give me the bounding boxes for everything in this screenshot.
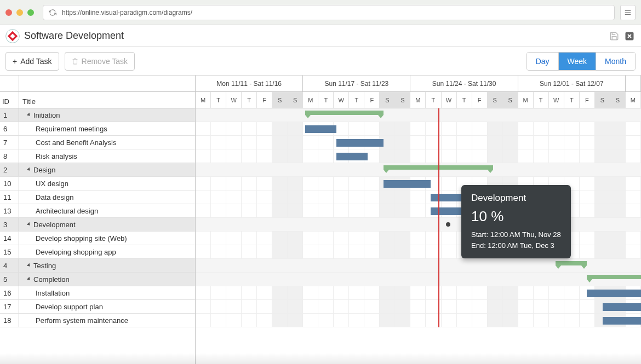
task-bar[interactable]	[603, 317, 641, 325]
task-id: 1	[0, 108, 19, 122]
task-list-header-top	[0, 76, 195, 92]
task-id: 18	[0, 314, 19, 327]
day-header: W	[442, 92, 457, 108]
collapse-icon[interactable]	[27, 277, 31, 281]
task-row[interactable]: 1Initiation	[0, 108, 195, 122]
task-row[interactable]: 11Data design	[0, 190, 195, 204]
url-bar[interactable]: https://online.visual-paradigm.com/diagr…	[43, 5, 615, 20]
task-row[interactable]: 15Developing shopping app	[0, 245, 195, 259]
week-header: Sun 12/01 - Sat 12/07	[518, 76, 626, 91]
task-row[interactable]: 16Installation	[0, 286, 195, 300]
timeline-row	[196, 245, 641, 259]
task-title: Requirement meetings	[19, 122, 195, 135]
collapse-icon[interactable]	[27, 222, 31, 227]
day-header: S	[503, 92, 518, 108]
close-window-button[interactable]	[5, 9, 12, 16]
remove-task-button[interactable]: Remove Task	[65, 52, 135, 71]
add-task-button[interactable]: + Add Task	[5, 52, 59, 71]
timeline-body: Development 10 % Start: 12:00 AM Thu, No…	[196, 108, 641, 327]
week-header	[626, 76, 641, 91]
view-day-button[interactable]: Day	[527, 53, 558, 70]
minimize-window-button[interactable]	[16, 9, 23, 16]
task-bar[interactable]	[305, 125, 336, 133]
task-title: Architectural design	[19, 204, 195, 217]
timeline-row	[196, 136, 641, 149]
day-header: F	[472, 92, 488, 108]
task-bar[interactable]	[336, 139, 384, 147]
task-row[interactable]: 7Cost and Benefit Analysis	[0, 136, 195, 149]
add-task-label: Add Task	[20, 57, 51, 66]
timeline-row	[196, 122, 641, 136]
timeline-row	[196, 273, 641, 286]
close-icon	[625, 31, 634, 41]
maximize-window-button[interactable]	[27, 9, 34, 16]
view-week-button[interactable]: Week	[558, 53, 596, 70]
task-row[interactable]: 18Perform system maintenance	[0, 314, 195, 327]
task-row[interactable]: 17Develop support plan	[0, 300, 195, 314]
task-bar[interactable]	[336, 153, 368, 160]
task-row[interactable]: 6Requirement meetings	[0, 122, 195, 136]
group-bar[interactable]	[305, 111, 384, 115]
task-title: Testing	[19, 259, 195, 272]
task-row[interactable]: 10UX design	[0, 177, 195, 190]
day-header: T	[564, 92, 580, 108]
hamburger-icon	[624, 9, 632, 16]
group-bar[interactable]	[587, 275, 641, 279]
day-header: S	[610, 92, 626, 108]
task-title: Develop shopping site (Web)	[19, 232, 195, 245]
refresh-icon	[49, 9, 56, 16]
task-row[interactable]: 4Testing	[0, 259, 195, 273]
week-header: Sun 11/24 - Sat 11/30	[410, 76, 518, 91]
save-button[interactable]	[608, 30, 620, 42]
task-id: 16	[0, 286, 19, 299]
close-button[interactable]	[623, 30, 636, 42]
task-bar[interactable]	[384, 180, 431, 188]
task-row[interactable]: 8Risk analysis	[0, 149, 195, 163]
url-text: https://online.visual-paradigm.com/diagr…	[62, 9, 192, 16]
task-id: 3	[0, 218, 19, 231]
view-month-button[interactable]: Month	[596, 53, 635, 70]
task-id: 13	[0, 204, 19, 217]
task-row[interactable]: 5Completion	[0, 273, 195, 286]
timeline-row	[196, 177, 641, 190]
collapse-icon[interactable]	[27, 113, 31, 117]
task-bar[interactable]	[603, 303, 641, 311]
day-header: T	[534, 92, 549, 108]
browser-menu-button[interactable]	[620, 5, 636, 20]
task-row[interactable]: 3Development	[0, 218, 195, 232]
tooltip-end: End: 12:00 AM Tue, Dec 3	[471, 240, 561, 251]
timeline-row	[196, 163, 641, 177]
day-header: F	[580, 92, 595, 108]
collapse-icon[interactable]	[27, 167, 31, 172]
day-header: T	[242, 92, 257, 108]
task-title: Perform system maintenance	[19, 314, 195, 327]
day-header: S	[595, 92, 610, 108]
milestone-dot[interactable]	[446, 222, 450, 227]
group-bar[interactable]	[556, 261, 587, 265]
task-title: Initiation	[19, 108, 195, 122]
task-row[interactable]: 14Develop shopping site (Web)	[0, 232, 195, 245]
day-header: M	[196, 92, 211, 108]
day-header: M	[303, 92, 318, 108]
app-logo-icon	[5, 29, 20, 43]
task-bar[interactable]	[431, 194, 462, 201]
day-header: F	[364, 92, 380, 108]
week-header: Sun 11/17 - Sat 11/23	[303, 76, 410, 91]
timeline-row	[196, 204, 641, 218]
timeline-row	[196, 149, 641, 163]
task-title: Risk analysis	[19, 149, 195, 163]
task-id: 7	[0, 136, 19, 149]
day-header: T	[457, 92, 472, 108]
day-header: T	[426, 92, 441, 108]
task-row[interactable]: 13Architectural design	[0, 204, 195, 218]
column-id-header: ID	[0, 92, 19, 108]
day-header: T	[318, 92, 334, 108]
collapse-icon[interactable]	[27, 263, 31, 268]
tooltip-percent: 10 %	[471, 208, 561, 225]
task-id: 17	[0, 300, 19, 313]
day-header: S	[395, 92, 410, 108]
timeline-panel[interactable]: Mon 11/11 - Sat 11/16Sun 11/17 - Sat 11/…	[196, 76, 641, 364]
task-row[interactable]: 2Design	[0, 163, 195, 177]
task-bar[interactable]	[587, 290, 641, 297]
today-line	[438, 108, 439, 327]
